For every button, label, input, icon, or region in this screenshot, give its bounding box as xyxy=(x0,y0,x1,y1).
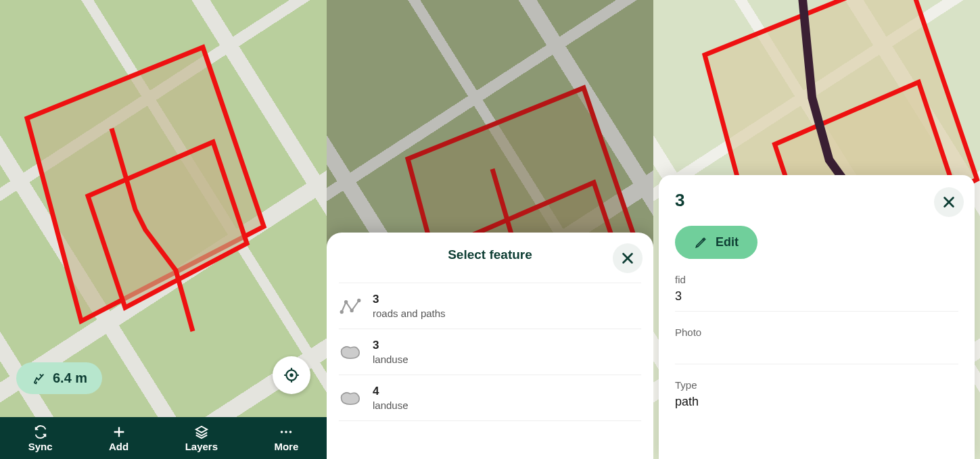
feature-item[interactable]: 3 roads and paths xyxy=(339,283,641,329)
svg-point-3 xyxy=(289,373,293,377)
pencil-icon xyxy=(694,236,707,249)
svg-point-11 xyxy=(350,308,353,312)
close-icon xyxy=(941,195,956,210)
phone-select-feature: Select feature 3 roads and paths xyxy=(327,0,653,459)
close-button[interactable] xyxy=(613,243,643,273)
add-label: Add xyxy=(109,441,129,452)
crosshair-icon xyxy=(283,366,300,384)
svg-point-12 xyxy=(357,298,360,301)
layers-button[interactable]: Layers xyxy=(185,425,218,452)
edit-label: Edit xyxy=(716,235,739,249)
layers-label: Layers xyxy=(185,441,218,452)
select-feature-sheet: Select feature 3 roads and paths xyxy=(327,233,653,459)
svg-point-10 xyxy=(344,299,348,303)
polygon-geometry-icon xyxy=(339,389,362,408)
feature-text: 3 landuse xyxy=(373,339,409,365)
sync-label: Sync xyxy=(28,441,53,452)
close-button[interactable] xyxy=(934,187,964,217)
close-icon xyxy=(620,251,635,266)
gps-accuracy-pill[interactable]: 6.4 m xyxy=(16,362,102,394)
locate-me-button[interactable] xyxy=(273,356,310,394)
feature-layer-name: roads and paths xyxy=(373,308,446,319)
field-type: Type path xyxy=(675,379,958,416)
field-label: Type xyxy=(675,379,958,391)
line-geometry-icon xyxy=(339,297,362,316)
field-value: 3 xyxy=(675,289,958,304)
feature-fid: 4 xyxy=(373,385,409,398)
feature-list: 3 roads and paths 3 landuse xyxy=(339,283,641,421)
field-fid: fid 3 xyxy=(675,274,958,312)
add-button[interactable]: Add xyxy=(109,425,129,452)
svg-point-5 xyxy=(285,431,288,433)
more-button[interactable]: More xyxy=(274,425,298,452)
bottom-toolbar: Sync Add Layers More xyxy=(0,417,327,459)
gps-accuracy-value: 6.4 m xyxy=(53,370,87,386)
svg-point-4 xyxy=(281,431,283,433)
feature-text: 3 roads and paths xyxy=(373,293,446,319)
feature-item[interactable]: 4 landuse xyxy=(339,375,641,421)
svg-point-9 xyxy=(340,310,344,313)
layers-icon xyxy=(194,425,209,439)
sync-icon xyxy=(33,425,48,439)
feature-fid: 3 xyxy=(373,293,446,306)
sheet-title: Select feature xyxy=(339,247,641,262)
plus-icon xyxy=(112,425,126,439)
feature-layer-name: landuse xyxy=(373,354,409,365)
feature-item[interactable]: 3 landuse xyxy=(339,329,641,375)
field-label: Photo xyxy=(675,327,958,338)
more-label: More xyxy=(274,441,298,452)
phone-main-map: 6.4 m Sync Add Layers xyxy=(0,0,327,459)
phone-feature-detail: 3 Edit fid 3 Photo Type path xyxy=(653,0,980,459)
feature-text: 4 landuse xyxy=(373,385,409,411)
feature-detail-title: 3 xyxy=(675,190,958,211)
feature-fid: 3 xyxy=(373,339,409,352)
field-label: fid xyxy=(675,274,958,285)
gps-satellite-icon xyxy=(31,371,46,386)
svg-point-6 xyxy=(289,431,292,433)
field-value: path xyxy=(675,395,958,410)
feature-detail-sheet: 3 Edit fid 3 Photo Type path xyxy=(659,175,975,459)
feature-layer-name: landuse xyxy=(373,400,409,411)
dots-icon xyxy=(279,425,294,439)
field-value xyxy=(675,342,958,357)
polygon-geometry-icon xyxy=(339,343,362,362)
edit-button[interactable]: Edit xyxy=(675,226,757,259)
field-photo[interactable]: Photo xyxy=(675,327,958,364)
sync-button[interactable]: Sync xyxy=(28,425,53,452)
phone-screens-container: 6.4 m Sync Add Layers xyxy=(0,0,980,459)
